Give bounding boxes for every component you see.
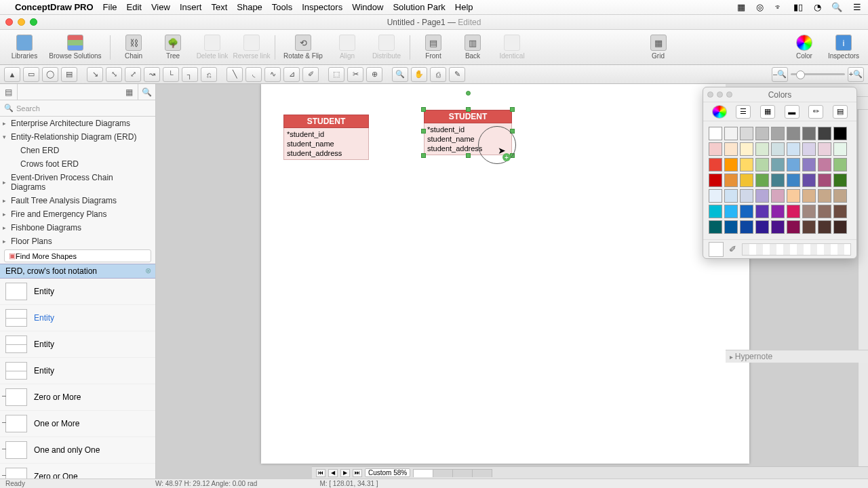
color-swatch[interactable] [818, 189, 831, 203]
chain-button[interactable]: Chain [115, 32, 153, 63]
color-swatch[interactable] [709, 220, 722, 234]
tray-icon[interactable]: ◎ [756, 2, 764, 12]
page-tab[interactable] [433, 469, 453, 477]
tree-node[interactable]: ▾Entity-Relationship Diagram (ERD) [0, 130, 155, 144]
color-swatch[interactable] [833, 158, 847, 171]
color-button[interactable]: Color [785, 32, 823, 63]
page-tab[interactable] [452, 469, 473, 477]
color-swatch[interactable] [755, 220, 769, 234]
pointer-tool[interactable]: ▲ [4, 67, 20, 82]
tree-node[interactable]: ▸Event-Driven Process Chain Diagrams [0, 171, 155, 194]
color-swatch[interactable] [802, 158, 816, 171]
color-swatch[interactable] [755, 158, 769, 171]
color-swatch[interactable] [709, 142, 722, 156]
color-palettes-tab[interactable]: ▦ [760, 105, 775, 119]
color-swatch[interactable] [709, 174, 722, 187]
color-swatch[interactable] [709, 205, 722, 218]
color-swatch[interactable] [724, 220, 738, 234]
zoom-out-button[interactable]: –🔍 [772, 67, 788, 82]
color-swatch[interactable] [802, 174, 816, 187]
print-tool[interactable]: ⎙ [430, 67, 446, 82]
menu-insert[interactable]: Insert [180, 2, 202, 12]
color-swatch[interactable] [724, 205, 738, 218]
color-swatch[interactable] [740, 189, 753, 203]
delete-link-button[interactable]: Delete link [193, 32, 231, 63]
menu-icon[interactable]: ☰ [853, 2, 861, 12]
color-swatch[interactable] [771, 189, 785, 203]
color-swatch[interactable] [802, 205, 816, 218]
color-swatch[interactable] [818, 174, 831, 187]
connector-tool-4[interactable]: ↝ [144, 67, 160, 82]
page-tab[interactable] [413, 469, 433, 477]
color-swatch[interactable] [802, 127, 816, 140]
menu-inspectors[interactable]: Inspectors [302, 2, 342, 12]
tree-node[interactable]: ▸Floor Plans [0, 235, 155, 248]
colors-titlebar[interactable]: Colors [703, 87, 856, 102]
panel-max[interactable] [726, 92, 732, 98]
curve-tool[interactable]: ∿ [264, 67, 281, 82]
menu-tools[interactable]: Tools [272, 2, 292, 12]
close-library-icon[interactable]: ⊗ [145, 266, 151, 275]
connector-tool[interactable]: ↘ [87, 67, 103, 82]
color-swatch[interactable] [787, 127, 800, 140]
drawing-page[interactable]: STUDENT *student_id student_name student… [261, 84, 749, 464]
menu-text[interactable]: Text [211, 2, 227, 12]
connector-tool-5[interactable]: └ [163, 67, 179, 82]
color-swatch[interactable] [771, 158, 785, 171]
ellipse-tool[interactable]: ◯ [42, 67, 58, 82]
tree-button[interactable]: Tree [154, 32, 192, 63]
color-wheel-tab[interactable] [712, 105, 727, 119]
tab-next[interactable]: ▶ [340, 469, 350, 477]
color-swatch[interactable] [740, 205, 753, 218]
menu-file[interactable]: File [103, 2, 117, 12]
color-swatch[interactable] [771, 205, 785, 218]
tree-child[interactable]: Chen ERD [0, 144, 155, 157]
find-more-shapes-button[interactable]: Find More Shapes [4, 249, 151, 262]
arc-tool[interactable]: ◟ [245, 67, 262, 82]
color-swatch[interactable] [740, 127, 753, 140]
close-button[interactable] [5, 18, 13, 26]
color-swatch[interactable] [724, 127, 738, 140]
color-swatch[interactable] [818, 158, 831, 171]
sidebar-search-toggle[interactable]: 🔍 [138, 84, 155, 100]
shape-item[interactable]: Zero or More [0, 384, 155, 411]
text-tool[interactable]: ▤ [61, 67, 77, 82]
shape-item[interactable]: Zero or One [0, 464, 155, 479]
zoom-button[interactable] [30, 18, 37, 26]
vertical-scrollbar[interactable] [858, 84, 868, 466]
color-swatch[interactable] [755, 127, 769, 140]
color-swatch[interactable] [771, 142, 785, 156]
color-swatch[interactable] [755, 174, 769, 187]
color-swatch[interactable] [740, 220, 753, 234]
resize-handle[interactable] [421, 153, 426, 158]
color-swatch[interactable] [818, 220, 831, 234]
sidebar-view-toggle[interactable]: ▤ [0, 84, 18, 100]
color-swatch[interactable] [802, 189, 816, 203]
color-swatch[interactable] [818, 142, 831, 156]
library-header[interactable]: ERD, crow's foot notation⊗ [0, 264, 155, 279]
shape-item[interactable]: Entity [0, 331, 155, 358]
connector-tool-7[interactable]: ⎌ [201, 67, 217, 82]
color-swatch[interactable] [740, 174, 753, 187]
tree-node[interactable]: ▸Fishbone Diagrams [0, 221, 155, 235]
align-button[interactable]: Align [328, 32, 366, 63]
shape-item[interactable]: Entity [0, 305, 155, 331]
browse-solutions-button[interactable]: Browse Solutions [45, 32, 106, 63]
line-tool[interactable]: ╲ [226, 67, 243, 82]
menu-view[interactable]: View [151, 2, 170, 12]
clock-icon[interactable]: ◔ [814, 2, 821, 12]
resize-handle[interactable] [510, 129, 515, 134]
color-swatch[interactable] [755, 189, 769, 203]
freehand-tool[interactable]: ✐ [302, 67, 319, 82]
tree-node[interactable]: ▸Fault Tree Analysis Diagrams [0, 194, 155, 207]
resize-handle[interactable] [421, 129, 426, 134]
eyedropper-icon[interactable]: ✐ [729, 244, 736, 254]
wifi-icon[interactable]: ᯤ [774, 2, 783, 12]
sidebar-search[interactable]: 🔍Search [0, 100, 155, 117]
recent-colors[interactable] [742, 243, 851, 256]
resize-handle[interactable] [510, 107, 515, 112]
color-swatch[interactable] [787, 174, 800, 187]
color-swatch[interactable] [818, 205, 831, 218]
color-swatch[interactable] [709, 189, 722, 203]
tree-child[interactable]: Crows foot ERD [0, 157, 155, 171]
